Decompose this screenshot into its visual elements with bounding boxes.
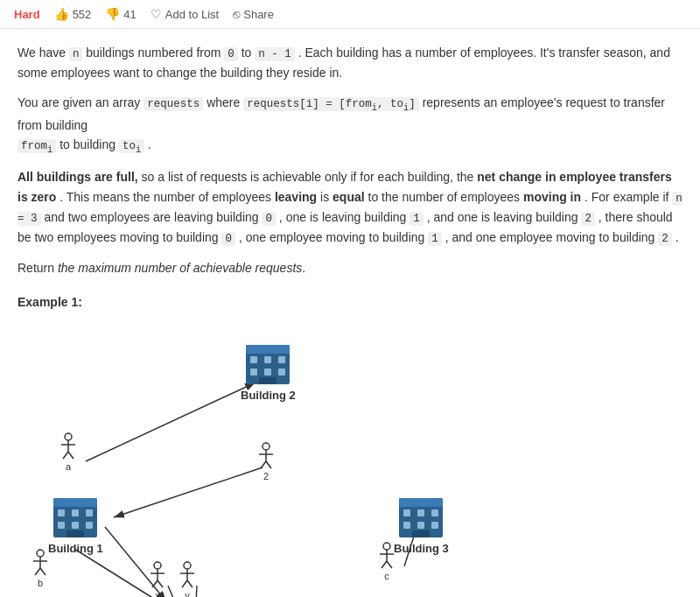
svg-rect-19: [53, 498, 97, 507]
requests-formula: requests[i] = [fromi, toi]: [243, 97, 419, 111]
thumbs-up-icon: 👍: [54, 7, 69, 21]
person-c-label: c: [384, 571, 389, 581]
person-y-label: y: [185, 590, 190, 597]
svg-rect-22: [86, 509, 93, 516]
bld-0b: 0: [221, 232, 235, 246]
difficulty-badge: Hard: [14, 8, 40, 21]
diagram: Building 2 Building 1: [26, 323, 516, 597]
svg-line-72: [152, 580, 158, 587]
problem-content: We have n buildings numbered from 0 to n…: [0, 29, 700, 597]
svg-rect-15: [264, 369, 271, 376]
svg-line-78: [187, 580, 192, 587]
person-a-label: a: [66, 461, 71, 472]
svg-line-62: [35, 568, 40, 575]
add-to-list-button[interactable]: ♡ Add to List: [150, 7, 219, 21]
svg-point-54: [65, 433, 72, 440]
add-to-list-label: Add to List: [165, 8, 219, 21]
svg-rect-30: [417, 509, 424, 516]
dislikes-count: 41: [123, 8, 136, 21]
svg-rect-24: [72, 522, 79, 529]
building-2-label: Building 2: [241, 389, 296, 402]
svg-line-73: [158, 580, 163, 587]
bld-0: 0: [262, 212, 276, 226]
svg-point-69: [154, 562, 161, 569]
svg-rect-12: [264, 356, 271, 363]
bld-1: 1: [410, 212, 424, 226]
to-sub: toi: [119, 139, 144, 153]
building-3-label: Building 3: [394, 542, 449, 555]
svg-rect-26: [66, 530, 84, 537]
svg-line-67: [261, 461, 266, 468]
svg-rect-35: [412, 530, 430, 537]
building-1-label: Building 1: [48, 542, 103, 555]
svg-rect-23: [58, 522, 65, 529]
svg-rect-16: [278, 369, 285, 376]
person-b: b: [32, 549, 49, 588]
likes-count: 552: [73, 8, 92, 21]
svg-rect-31: [431, 509, 438, 516]
paragraph-3: All buildings are full, so a list of req…: [18, 167, 682, 247]
bld-2b: 2: [658, 232, 672, 246]
person-2: 2: [257, 442, 275, 481]
svg-line-83: [387, 561, 392, 568]
svg-rect-29: [403, 509, 410, 516]
person-x: x: [149, 561, 166, 597]
svg-line-3: [114, 467, 262, 517]
svg-line-82: [382, 561, 387, 568]
building-3: Building 3: [394, 494, 449, 555]
svg-rect-11: [250, 356, 257, 363]
thumbs-down-icon: 👎: [105, 7, 120, 21]
svg-rect-10: [246, 345, 290, 354]
share-button[interactable]: ⎋ Share: [233, 7, 274, 21]
svg-rect-17: [259, 377, 276, 384]
zero-code: 0: [224, 47, 238, 61]
svg-line-68: [266, 461, 271, 468]
n-code: n: [69, 47, 83, 61]
svg-rect-32: [403, 522, 410, 529]
example-1-title: Example 1:: [18, 295, 682, 309]
building-4: Building 4: [293, 593, 348, 597]
paragraph-2: You are given an array requests where re…: [18, 93, 682, 157]
svg-line-58: [68, 452, 74, 459]
share-label: Share: [243, 8, 274, 21]
person-a: a: [60, 432, 77, 472]
svg-point-59: [37, 550, 44, 557]
svg-rect-25: [86, 522, 93, 529]
person-x-label: x: [155, 590, 160, 597]
n-minus-1-code: n - 1: [255, 47, 295, 61]
we-have: We have: [18, 46, 69, 60]
svg-point-74: [184, 562, 191, 569]
svg-line-77: [182, 580, 187, 587]
paragraph-4: Return the maximum number of achievable …: [18, 258, 682, 277]
share-icon: ⎋: [233, 7, 240, 21]
requests-code: requests: [144, 97, 203, 111]
svg-rect-34: [431, 522, 438, 529]
bld-2: 2: [581, 212, 595, 226]
svg-line-57: [63, 452, 68, 459]
person-b-label: b: [38, 578, 43, 588]
bld-1b: 1: [428, 232, 442, 246]
svg-line-63: [40, 568, 46, 575]
svg-rect-13: [278, 356, 285, 363]
svg-rect-20: [58, 509, 65, 516]
building-1: Building 1: [48, 494, 103, 555]
svg-rect-21: [72, 509, 79, 516]
svg-rect-14: [250, 369, 257, 376]
svg-point-64: [262, 443, 270, 450]
svg-rect-28: [399, 498, 443, 507]
svg-point-79: [383, 543, 390, 550]
person-y: y: [178, 561, 196, 597]
building-2: Building 2: [241, 341, 296, 402]
svg-line-1: [86, 383, 256, 461]
top-bar: Hard 👍 552 👎 41 ♡ Add to List ⎋ Share: [0, 0, 700, 29]
dislikes-action[interactable]: 👎 41: [105, 7, 136, 21]
likes-action[interactable]: 👍 552: [54, 7, 92, 21]
person-c: c: [378, 542, 396, 581]
from-sub: fromi: [18, 139, 56, 153]
bookmark-icon: ♡: [150, 7, 162, 21]
paragraph-1: We have n buildings numbered from 0 to n…: [18, 43, 682, 82]
svg-rect-33: [417, 522, 424, 529]
person-2-label: 2: [263, 471, 269, 481]
